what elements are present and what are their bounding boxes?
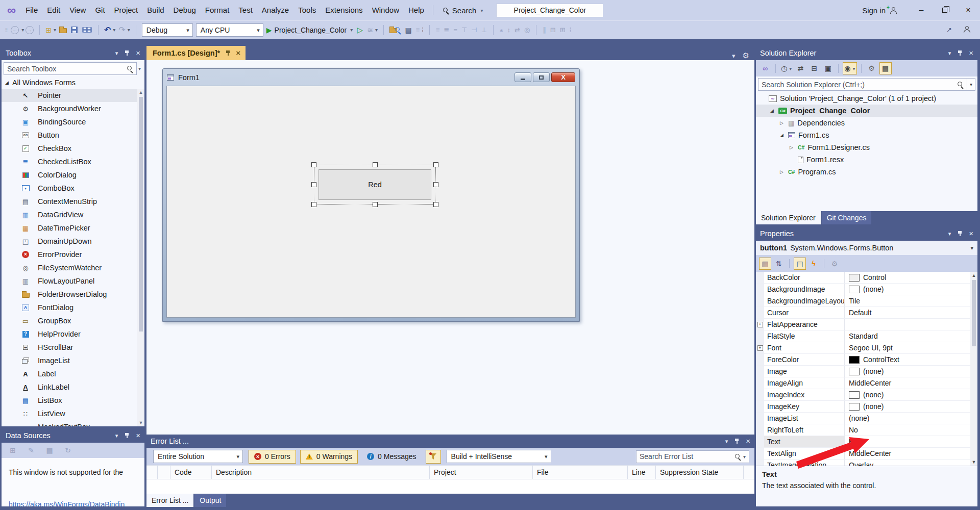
properties-alphabetical-icon[interactable]: ⇅ xyxy=(773,258,785,270)
close-icon[interactable]: × xyxy=(969,50,973,56)
property-row-imagekey[interactable]: ImageKey(none) xyxy=(756,401,977,413)
error-column-code[interactable]: Code xyxy=(170,466,212,479)
chevron-down-icon[interactable]: ▾ xyxy=(115,50,118,57)
pin-icon[interactable] xyxy=(957,50,963,56)
tree-item-form1-cs[interactable]: ◢Form1.cs xyxy=(756,129,977,141)
property-row-imageindex[interactable]: ImageIndex(none) xyxy=(756,389,977,401)
property-value[interactable]: Red xyxy=(845,436,977,447)
error-column-line[interactable]: Line xyxy=(628,466,656,479)
toolbox-item-flowlayoutpanel[interactable]: ▥FlowLayoutPanel xyxy=(2,274,144,288)
resize-handle-s[interactable] xyxy=(373,202,378,207)
property-value[interactable]: Control xyxy=(845,272,977,283)
property-row-flatstyle[interactable]: FlatStyleStandard xyxy=(756,330,977,342)
solution-explorer-tab-git-changes[interactable]: Git Changes xyxy=(822,211,872,224)
search-menu[interactable]: Search ▾ xyxy=(443,6,483,15)
pin-icon[interactable] xyxy=(734,438,740,444)
chevron-down-icon[interactable]: ▾ xyxy=(732,52,736,60)
chevron-down-icon[interactable]: ▾ xyxy=(138,66,141,71)
property-row-text[interactable]: TextRed xyxy=(756,436,977,448)
menu-analyze[interactable]: Analyze xyxy=(257,0,293,20)
property-row-imagelist[interactable]: ImageList(none) xyxy=(756,413,977,424)
properties-property-pages-wrench-icon[interactable]: ⚙ xyxy=(828,258,841,270)
menu-edit[interactable]: Edit xyxy=(42,0,65,20)
error-column-icon[interactable] xyxy=(146,466,158,479)
expand-arrow-icon[interactable]: ▷ xyxy=(778,120,785,125)
align-tops-icon[interactable]: ⊤ xyxy=(459,26,469,34)
toolbox-item-domainupdown[interactable]: ◰DomainUpDown xyxy=(2,235,144,248)
toolbox-item-fontdialog[interactable]: AFontDialog xyxy=(2,301,144,314)
collapse-arrow-icon[interactable]: ◢ xyxy=(778,133,785,138)
close-icon[interactable]: × xyxy=(236,50,240,56)
property-value[interactable]: Standard xyxy=(845,330,977,342)
tree-item-solution-project-change-color-1-of-1-project[interactable]: ∞Solution 'Project_Change_Color' (1 of 1… xyxy=(756,92,977,105)
toolbox-search-input[interactable] xyxy=(7,65,127,73)
error-column-icon[interactable] xyxy=(158,466,170,479)
menu-tools[interactable]: Tools xyxy=(293,0,321,20)
toolbox-item-button[interactable]: abButton xyxy=(2,129,144,142)
menu-project[interactable]: Project xyxy=(110,0,143,20)
same-width-icon[interactable]: ⁎ xyxy=(498,26,505,34)
property-row-backgroundimage[interactable]: BackgroundImage(none) xyxy=(756,284,977,295)
scroll-down-icon[interactable]: ▼ xyxy=(139,419,143,426)
solution-explorer-sync-icon[interactable]: ⇄ xyxy=(794,62,806,74)
property-row-font[interactable]: +FontSegoe UI, 9pt xyxy=(756,342,977,354)
bring-to-front-icon[interactable]: ⊞ xyxy=(558,26,568,34)
toolbox-item-colordialog[interactable]: ColorDialog xyxy=(2,168,144,182)
solution-explorer-sync-with-active-document-icon[interactable]: ◉▾ xyxy=(843,62,856,74)
align-centers-icon[interactable]: ≣ xyxy=(442,26,452,34)
toolbox-group-all-windows-forms[interactable]: ◢ All Windows Forms xyxy=(2,76,144,89)
same-size-icon[interactable]: ⇄ xyxy=(512,26,522,34)
resize-handle-n[interactable] xyxy=(373,162,378,167)
navigate-forward-button[interactable]: → xyxy=(24,23,35,37)
share-icon[interactable]: ↗ xyxy=(944,26,954,34)
expand-arrow-icon[interactable]: ▷ xyxy=(778,169,785,174)
pin-icon[interactable] xyxy=(225,50,231,56)
toolbox-scrollbar[interactable]: ▲ ▼ xyxy=(137,89,144,426)
error-column-suppression-state[interactable]: Suppression State xyxy=(656,466,744,479)
redo-button[interactable]: ↷▾ xyxy=(117,23,131,37)
toolbox-item-maskedtextbox[interactable]: ▭MaskedTextBox xyxy=(2,420,144,426)
save-button[interactable] xyxy=(69,23,80,37)
properties-object-combo[interactable]: button1 System.Windows.Forms.Button xyxy=(756,241,977,255)
property-value[interactable]: Default xyxy=(845,307,977,318)
tree-item-form1-designer-cs[interactable]: ▷C#Form1.Designer.cs xyxy=(756,141,977,154)
properties-categorized-icon[interactable]: ▦ xyxy=(759,258,771,270)
close-icon[interactable]: × xyxy=(969,231,973,237)
title-search-box[interactable] xyxy=(496,4,603,17)
menu-window[interactable]: Window xyxy=(368,0,404,20)
chevron-down-icon[interactable]: ▾ xyxy=(115,432,118,439)
errors-toggle[interactable]: 0 Errors xyxy=(249,450,296,464)
property-value[interactable]: No xyxy=(845,424,977,436)
chevron-down-icon[interactable]: ▾ xyxy=(948,50,951,57)
solution-explorer-pending-changes-filter-icon[interactable]: ◷▾ xyxy=(780,62,793,74)
more-layout-icon[interactable]: ⁞ xyxy=(568,26,574,34)
form-close-button[interactable]: X xyxy=(551,72,575,82)
open-file-button[interactable] xyxy=(58,23,69,37)
toolbar-overflow-icon[interactable]: ≡⁞ xyxy=(414,23,425,37)
solution-explorer-collapse-all-icon[interactable]: ⊟ xyxy=(808,62,820,74)
expand-icon[interactable]: + xyxy=(757,345,763,351)
error-source-combo[interactable]: Build + IntelliSense xyxy=(447,450,551,463)
property-value[interactable]: ControlText xyxy=(845,354,977,365)
property-value[interactable]: (none) xyxy=(845,389,977,400)
toolbar-grip[interactable]: ⁞⁞ xyxy=(5,27,7,33)
gear-icon[interactable]: ⚙ xyxy=(743,51,749,60)
undo-button[interactable]: ↶▾ xyxy=(103,23,117,37)
property-value[interactable]: Overlay xyxy=(845,460,977,466)
chevron-down-icon[interactable]: ▾ xyxy=(948,231,951,237)
toolbox-item-hscrollbar[interactable]: ◂▸HScrollBar xyxy=(2,341,144,354)
tab-form1-design[interactable]: Form1.cs [Design]* × xyxy=(146,46,246,60)
scroll-thumb[interactable] xyxy=(972,280,976,346)
menu-git[interactable]: Git xyxy=(90,0,109,20)
horizontal-spacing-icon[interactable]: ∥ xyxy=(541,26,548,34)
solution-platforms-combo[interactable]: Any CPU xyxy=(196,23,263,37)
error-column-file[interactable]: File xyxy=(533,466,628,479)
toolbox-item-groupbox[interactable]: ▭GroupBox xyxy=(2,314,144,327)
close-button[interactable]: × xyxy=(957,0,980,20)
form-minimize-button[interactable] xyxy=(514,72,531,82)
menu-build[interactable]: Build xyxy=(142,0,168,20)
error-list-search-input[interactable] xyxy=(640,452,734,461)
new-project-button[interactable]: ⊞▾ xyxy=(44,23,58,37)
menu-debug[interactable]: Debug xyxy=(169,0,201,20)
navigate-back-button[interactable]: ← xyxy=(9,23,20,37)
